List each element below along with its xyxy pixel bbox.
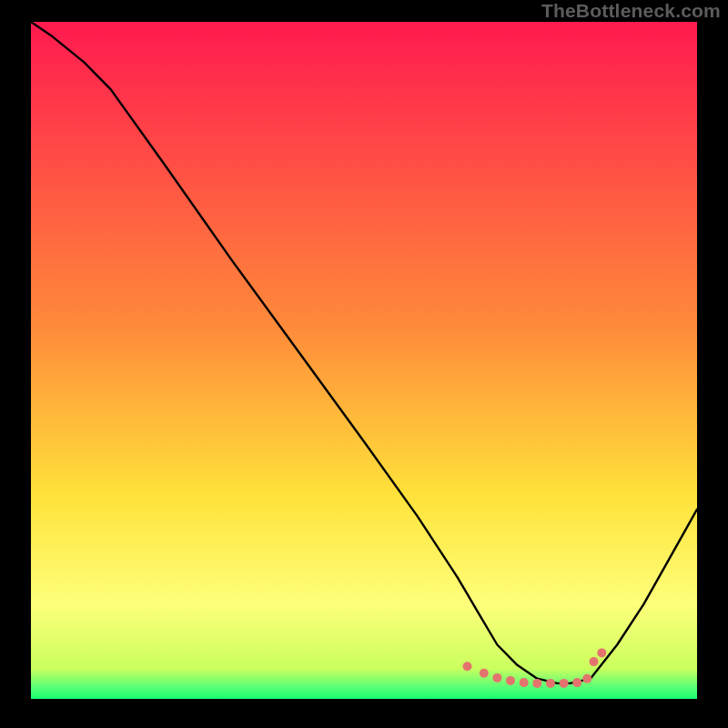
marker-dot [597,648,606,657]
marker-dot [492,673,501,682]
marker-dot [463,662,472,671]
marker-dot [582,674,592,683]
marker-dot [572,678,581,687]
watermark-text: TheBottleneck.com [541,0,721,22]
marker-dot [532,679,541,688]
marker-dot [590,657,599,666]
marker-dot [506,676,515,685]
bottleneck-chart [0,0,728,728]
plot-background [31,22,697,699]
marker-dot [546,679,555,688]
marker-dot [560,679,569,688]
marker-dot [480,669,489,678]
marker-dot [520,678,529,687]
chart-frame: { "watermark": "TheBottleneck.com", "cha… [0,0,728,728]
